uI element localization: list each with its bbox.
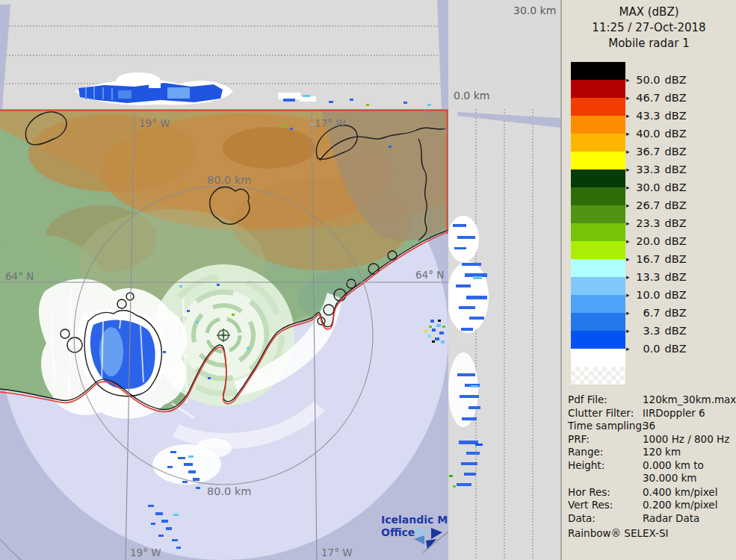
legend-header: MAX (dBZ) 11:25 / 27-Oct-2018 Mobile rad… [562,4,736,52]
legend-entry: ▸10.0dBZ [626,288,687,302]
top-cross-section-strip [0,0,448,109]
ring-80km-bottom-label: 80.0 km [207,485,251,497]
color-band-white [571,349,625,367]
ring-80km-top-label: 80.0 km [207,174,251,186]
scan-datetime: 11:25 / 27-Oct-2018 [562,20,736,36]
color-band [571,313,625,331]
radar-map-display: 19° W 17° W 19° W 17° W 64° N 64° N 80.0… [0,109,448,560]
tick-arrow-icon: ▸ [626,327,630,335]
meta-row-prf: PRF:1000 Hz / 800 Hz [568,433,732,446]
meta-row-height: Height:0.000 km to [568,459,732,472]
color-band [571,116,625,134]
legend-entry: ▸33.3dBZ [626,163,687,176]
legend-entry: ▸3.3dBZ [626,324,687,337]
legend-entry: ▸30.0dBZ [626,181,687,194]
dbz-color-scale [571,62,625,385]
lat-right-label: 64° N [415,269,444,281]
axis-label-0km: 0.0 km [454,90,489,102]
tick-arrow-icon: ▸ [626,291,630,299]
meta-row-clutter-filter: Clutter Filter:IIRDoppler 6 [568,407,732,420]
color-band [571,98,625,116]
meta-row-time-sampling: Time sampling:36 [568,420,732,432]
software-brand: Rainbow® SELEX-SI [568,527,668,539]
legend-entry: ▸0.0dBZ [626,342,687,355]
axis-corner: 30.0 km 0.0 km [448,0,560,109]
tick-arrow-icon: ▸ [626,309,630,317]
meta-row-data: Data:Radar Data [568,512,732,525]
meta-row-pdf-file: Pdf File:120km_30km.max [568,393,732,406]
lon19-bottom-label: 19° W [130,547,161,559]
imo-logo-text-line1: Icelandic Met [381,514,448,526]
tick-arrow-icon: ▸ [626,148,630,155]
meta-row-height-cont: 30.000 km [568,472,732,485]
meta-row-range: Range:120 km [568,446,732,458]
tick-arrow-icon: ▸ [626,345,630,352]
legend-entry: ▸36.7dBZ [626,145,687,158]
legend-entry: ▸23.3dBZ [626,217,687,230]
legend-entry: ▸20.0dBZ [626,234,687,248]
color-band [571,295,625,313]
tick-arrow-icon: ▸ [626,220,630,227]
tick-arrow-icon: ▸ [626,202,630,209]
color-band [571,277,625,295]
lon19-top-label: 19° W [139,117,170,129]
color-band [571,152,625,169]
tick-arrow-icon: ▸ [626,76,630,84]
lon17-top-label: 17° W [315,117,346,129]
radar-name: Mobile radar 1 [562,36,736,52]
product-title: MAX (dBZ) [562,4,736,20]
radar-application-window: 30.0 km 0.0 km [0,0,736,560]
color-band [571,169,625,187]
color-band [571,187,625,205]
tick-arrow-icon: ▸ [626,255,630,263]
tick-arrow-icon: ▸ [626,273,630,281]
axis-label-30km: 30.0 km [513,4,556,16]
lat-left-label: 64° N [5,270,34,282]
tick-arrow-icon: ▸ [626,130,630,137]
tick-arrow-icon: ▸ [626,94,630,102]
tick-arrow-icon: ▸ [626,184,630,191]
tick-arrow-icon: ▸ [626,237,630,245]
meta-row-hor-res: Hor Res:0.400 km/pixel [568,486,732,499]
color-band [571,223,625,241]
legend-entry: ▸16.7dBZ [626,252,687,266]
color-band [571,62,625,80]
color-band [571,241,625,259]
legend-panel: MAX (dBZ) 11:25 / 27-Oct-2018 Mobile rad… [562,0,736,560]
color-band [571,134,625,152]
legend-entry: ▸40.0dBZ [626,127,687,140]
lon17-bottom-label: 17° W [321,547,353,559]
color-band [571,331,625,349]
color-band [571,80,625,98]
legend-entry: ▸50.0dBZ [626,73,687,87]
color-band [571,205,625,223]
color-band [571,259,625,277]
tick-arrow-icon: ▸ [626,112,630,119]
tick-arrow-icon: ▸ [626,166,630,173]
legend-entry: ▸46.7dBZ [626,91,687,105]
right-cross-section-strip [448,109,560,560]
color-band-transparent [571,367,625,385]
meta-row-vert-res: Vert Res:0.200 km/pixel [568,499,732,511]
legend-entry: ▸13.3dBZ [626,270,687,284]
legend-entry: ▸26.7dBZ [626,199,687,212]
legend-entry: ▸43.3dBZ [626,109,687,122]
legend-entry: ▸6.7dBZ [626,306,687,320]
imo-logo-text-line2: Office [381,526,415,538]
